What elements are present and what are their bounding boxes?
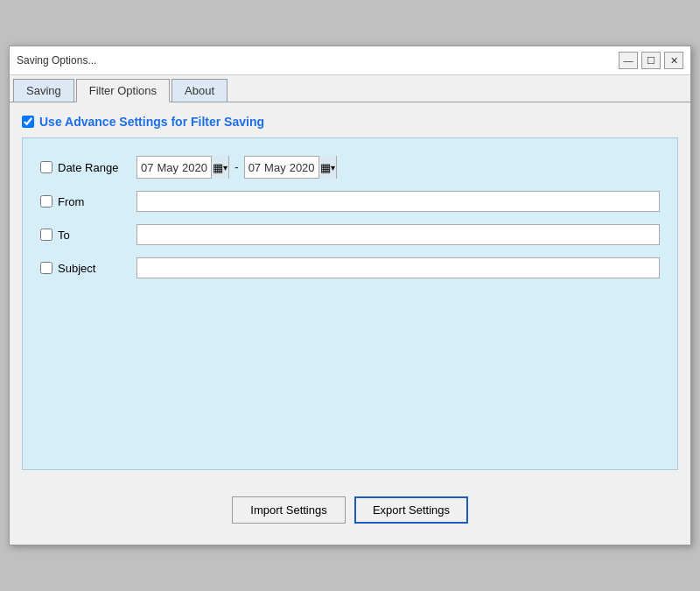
bottom-buttons: Import Settings Export Settings (22, 488, 678, 532)
calendar-to-icon: ▦ (320, 161, 331, 174)
main-window: Saving Options... — ☐ ✕ Saving Filter Op… (9, 46, 691, 545)
date-from-month: May (157, 161, 178, 174)
import-settings-button[interactable]: Import Settings (232, 496, 346, 524)
to-row: To (40, 224, 660, 245)
subject-checkbox[interactable] (40, 262, 52, 274)
tab-saving[interactable]: Saving (13, 79, 74, 102)
date-from-calendar-btn[interactable]: ▦▾ (211, 156, 228, 179)
date-from-year: 2020 (182, 161, 207, 174)
to-label: To (40, 229, 128, 242)
from-label: From (40, 195, 128, 208)
date-to-picker[interactable]: 07 May 2020 ▦▾ (244, 156, 337, 179)
use-advance-checkbox[interactable] (22, 116, 34, 128)
date-picker-group: 07 May 2020 ▦▾ - 07 May 2020 (136, 156, 337, 179)
from-label-text: From (58, 195, 84, 208)
date-range-text: Date Range (58, 161, 118, 174)
to-checkbox[interactable] (40, 229, 52, 241)
tab-filter-options[interactable]: Filter Options (76, 79, 170, 102)
window-title: Saving Options... (17, 54, 96, 67)
use-advance-row: Use Advance Settings for Filter Saving (22, 115, 678, 129)
maximize-button[interactable]: ☐ (641, 52, 661, 69)
from-checkbox[interactable] (40, 195, 52, 208)
date-separator: - (234, 160, 239, 174)
date-to-month: May (264, 161, 286, 174)
from-row: From (40, 191, 660, 212)
close-button[interactable]: ✕ (664, 52, 683, 69)
filter-panel: Date Range 07 May 2020 ▦▾ - (22, 137, 678, 470)
title-bar: Saving Options... — ☐ ✕ (10, 46, 690, 75)
export-settings-button[interactable]: Export Settings (354, 496, 468, 524)
date-range-label: Date Range (40, 161, 128, 174)
date-from-picker[interactable]: 07 May 2020 ▦▾ (136, 156, 229, 179)
date-from-parts: 07 May 2020 (137, 161, 211, 174)
date-to-day: 07 (248, 161, 261, 174)
subject-label: Subject (40, 262, 128, 275)
date-range-row: Date Range 07 May 2020 ▦▾ - (40, 156, 660, 179)
tab-about[interactable]: About (172, 79, 228, 102)
subject-input[interactable] (136, 257, 660, 278)
date-to-parts: 07 May 2020 (245, 161, 318, 174)
use-advance-label: Use Advance Settings for Filter Saving (39, 115, 264, 129)
date-to-year: 2020 (290, 161, 315, 174)
date-from-day: 07 (141, 161, 153, 174)
to-label-text: To (58, 229, 70, 242)
subject-label-text: Subject (58, 262, 95, 275)
minimize-button[interactable]: — (619, 52, 638, 69)
from-input[interactable] (136, 191, 660, 212)
window-controls: — ☐ ✕ (619, 52, 683, 69)
subject-row: Subject (40, 257, 660, 278)
tab-bar: Saving Filter Options About (10, 75, 690, 102)
tab-content: Use Advance Settings for Filter Saving D… (10, 102, 690, 545)
calendar-from-icon: ▦ (213, 161, 223, 174)
to-input[interactable] (136, 224, 660, 245)
date-to-calendar-btn[interactable]: ▦▾ (318, 156, 336, 179)
date-range-checkbox[interactable] (40, 161, 52, 173)
